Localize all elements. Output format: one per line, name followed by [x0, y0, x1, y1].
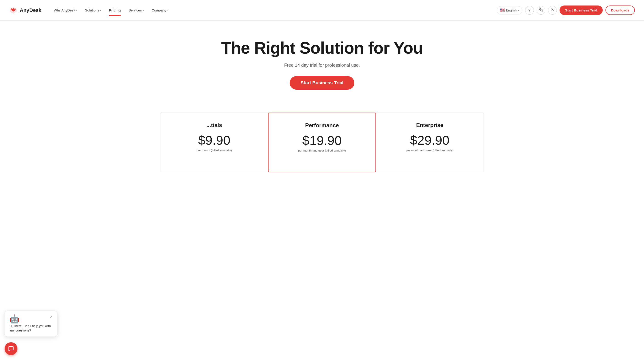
user-account-button[interactable] [548, 6, 557, 15]
pricing-card-enterprise: Enterprise $29.90 per month and user (bi… [376, 113, 484, 172]
help-button[interactable]: ? [525, 6, 534, 15]
pricing-price-enterprise: $29.90 [384, 134, 475, 147]
downloads-button-header[interactable]: Downloads [606, 5, 635, 15]
main-nav: Why AnyDesk ▾ Solutions ▾ Pricing Servic… [50, 6, 172, 14]
phone-icon [539, 7, 543, 13]
svg-point-4 [552, 8, 553, 9]
start-trial-button-header[interactable]: Start Business Trial [560, 5, 603, 15]
pricing-card-performance: Performance $19.90 per month and user (b… [268, 113, 376, 172]
header-left: AnyDesk Why AnyDesk ▾ Solutions ▾ Pricin… [9, 6, 172, 14]
pricing-card-title-performance: Performance [277, 122, 367, 129]
chevron-down-icon: ▾ [143, 9, 144, 11]
pricing-billing-enterprise: per month and user (billed annually) [384, 149, 475, 152]
pricing-card-essentials: ...tials $9.90 per month (billed annuall… [160, 113, 268, 172]
flag-icon: 🇺🇸 [500, 8, 505, 13]
nav-item-company[interactable]: Company ▾ [148, 6, 172, 14]
hero-title: The Right Solution for You [9, 39, 635, 57]
question-icon: ? [528, 8, 530, 12]
nav-item-services[interactable]: Services ▾ [125, 6, 147, 14]
chevron-down-icon: ▾ [518, 9, 520, 12]
user-icon [550, 7, 554, 13]
phone-button[interactable] [536, 6, 545, 15]
pricing-billing-performance: per month and user (billed annually) [277, 149, 367, 152]
logo-text: AnyDesk [20, 7, 41, 13]
pricing-section: ...tials $9.90 per month (billed annuall… [0, 113, 644, 172]
pricing-card-title-enterprise: Enterprise [384, 122, 475, 128]
pricing-billing-essentials: per month (billed annually) [169, 149, 260, 152]
chevron-down-icon: ▾ [76, 9, 77, 11]
pricing-price-performance: $19.90 [277, 134, 367, 147]
chevron-down-icon: ▾ [167, 9, 168, 11]
language-label: English [506, 8, 516, 12]
pricing-card-title-essentials: ...tials [169, 122, 260, 128]
header: AnyDesk Why AnyDesk ▾ Solutions ▾ Pricin… [0, 0, 644, 21]
header-right: 🇺🇸 English ▾ ? Start [497, 5, 635, 15]
start-trial-button-hero[interactable]: Start Business Trial [290, 76, 354, 90]
language-selector[interactable]: 🇺🇸 English ▾ [497, 6, 522, 14]
nav-item-solutions[interactable]: Solutions ▾ [82, 6, 105, 14]
hero-subtitle: Free 14 day trial for professional use. [9, 63, 635, 68]
chevron-down-icon: ▾ [100, 9, 101, 11]
hero-section: The Right Solution for You Free 14 day t… [0, 21, 644, 103]
nav-item-pricing[interactable]: Pricing [106, 6, 124, 14]
logo[interactable]: AnyDesk [9, 6, 41, 14]
nav-item-why-anydesk[interactable]: Why AnyDesk ▾ [50, 6, 80, 14]
pricing-price-essentials: $9.90 [169, 134, 260, 147]
anydesk-logo-icon [9, 6, 18, 14]
